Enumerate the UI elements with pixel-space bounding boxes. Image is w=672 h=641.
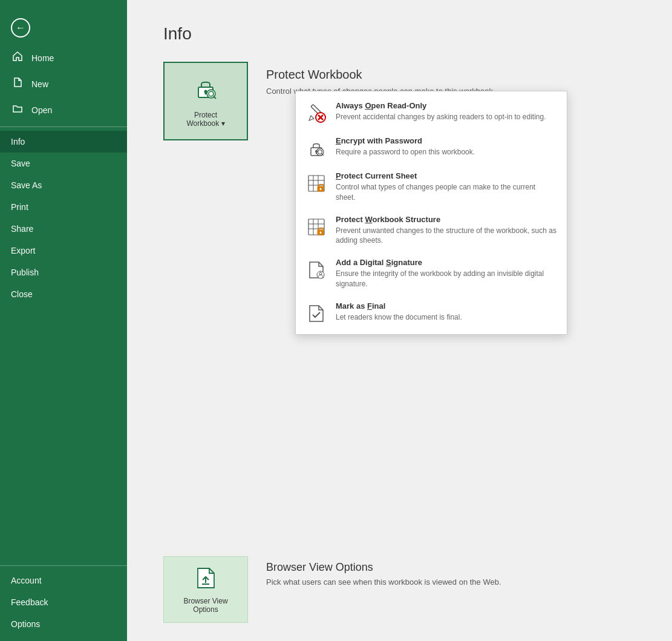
back-button[interactable]: ← <box>0 11 127 45</box>
sidebar-item-print-label: Print <box>11 202 28 212</box>
sidebar-item-export[interactable]: Export <box>0 240 127 261</box>
sidebar-item-publish[interactable]: Publish <box>0 261 127 283</box>
sidebar-item-save-label: Save <box>11 159 30 168</box>
sidebar-item-open[interactable]: Open <box>0 97 127 123</box>
browser-view-card-label: Browser View Options <box>183 597 227 614</box>
protect-current-sheet-text: Protect Current Sheet Control what types… <box>336 171 557 203</box>
dropdown-item-protect-current-sheet[interactable]: Protect Current Sheet Control what types… <box>296 165 567 209</box>
protect-workbook-structure-text: Protect Workbook Structure Prevent unwan… <box>336 215 557 246</box>
protect-workbook-icon <box>192 75 219 106</box>
encrypt-password-icon <box>305 137 327 159</box>
sidebar-item-new-label: New <box>31 79 48 89</box>
sidebar-item-new[interactable]: New <box>0 71 127 97</box>
sidebar-item-home[interactable]: Home <box>0 45 127 71</box>
svg-line-3 <box>214 96 216 99</box>
mark-as-final-text: Mark as Final Let readers know the docum… <box>336 301 462 323</box>
page-title: Info <box>163 24 648 44</box>
sidebar-item-close[interactable]: Close <box>0 283 127 305</box>
home-icon <box>11 51 24 65</box>
dropdown-item-mark-as-final[interactable]: Mark as Final Let readers know the docum… <box>296 295 567 330</box>
browser-view-detail: Browser View Options Pick what users can… <box>266 556 501 587</box>
sidebar-item-open-label: Open <box>31 105 52 115</box>
back-arrow-icon: ← <box>11 18 30 38</box>
main-content: Info Protect Workbook ▾ <box>127 0 672 641</box>
sidebar: ← Home New <box>0 0 127 641</box>
browser-view-title: Browser View Options <box>266 561 501 574</box>
svg-rect-23 <box>320 189 321 190</box>
svg-point-2 <box>209 91 214 96</box>
add-digital-signature-text: Add a Digital Signature Ensure the integ… <box>336 258 557 289</box>
browser-view-section: Browser View Options Browser View Option… <box>163 556 501 623</box>
sidebar-item-save-as[interactable]: Save As <box>0 174 127 196</box>
sidebar-divider-bottom <box>0 565 127 566</box>
add-digital-signature-icon <box>305 259 327 281</box>
sidebar-item-publish-label: Publish <box>11 268 39 277</box>
browser-view-card[interactable]: Browser View Options <box>163 556 248 623</box>
sidebar-item-save[interactable]: Save <box>0 153 127 174</box>
dropdown-item-always-open-readonly[interactable]: Always Open Read-Only Prevent accidental… <box>296 95 567 130</box>
protect-workbook-structure-icon <box>305 216 327 238</box>
protect-workbook-dropdown: Always Open Read-Only Prevent accidental… <box>295 91 567 335</box>
dropdown-item-add-digital-signature[interactable]: Add a Digital Signature Ensure the integ… <box>296 252 567 295</box>
dropdown-item-encrypt-password[interactable]: Encrypt with Password Require a password… <box>296 130 567 165</box>
svg-rect-31 <box>320 232 321 234</box>
protect-current-sheet-icon <box>305 173 327 194</box>
sidebar-divider-top <box>0 127 127 127</box>
protect-workbook-title: Protect Workbook <box>266 68 648 82</box>
browser-view-icon <box>194 566 218 594</box>
sidebar-item-export-label: Export <box>11 246 35 255</box>
always-open-readonly-icon <box>305 102 327 124</box>
sidebar-bottom: Account Feedback Options <box>0 562 127 641</box>
svg-rect-15 <box>316 152 317 154</box>
sidebar-item-account-label: Account <box>11 576 42 585</box>
sidebar-item-share[interactable]: Share <box>0 218 127 240</box>
mark-as-final-icon <box>305 303 327 324</box>
dropdown-item-protect-workbook-structure[interactable]: Protect Workbook Structure Prevent unwan… <box>296 209 567 252</box>
sidebar-item-save-as-label: Save As <box>11 180 42 190</box>
browser-view-description: Pick what users can see when this workbo… <box>266 577 501 587</box>
protect-workbook-card-label: Protect Workbook ▾ <box>186 111 224 128</box>
sidebar-item-close-label: Close <box>11 289 33 299</box>
sidebar-item-feedback-label: Feedback <box>11 597 48 607</box>
sidebar-item-options-label: Options <box>11 619 40 629</box>
sidebar-item-share-label: Share <box>11 224 33 234</box>
sidebar-item-home-label: Home <box>31 53 54 63</box>
svg-rect-5 <box>205 92 207 94</box>
sidebar-item-info[interactable]: Info <box>0 131 127 153</box>
open-icon <box>11 103 24 117</box>
sidebar-item-account[interactable]: Account <box>0 570 127 591</box>
encrypt-password-text: Encrypt with Password Require a password… <box>336 136 475 157</box>
always-open-readonly-text: Always Open Read-Only Prevent accidental… <box>336 101 546 122</box>
sidebar-item-print[interactable]: Print <box>0 196 127 218</box>
new-icon <box>11 77 24 91</box>
sidebar-item-options[interactable]: Options <box>0 613 127 635</box>
sidebar-item-info-label: Info <box>11 137 25 146</box>
sidebar-item-feedback[interactable]: Feedback <box>0 591 127 613</box>
protect-workbook-card[interactable]: Protect Workbook ▾ <box>163 62 248 140</box>
